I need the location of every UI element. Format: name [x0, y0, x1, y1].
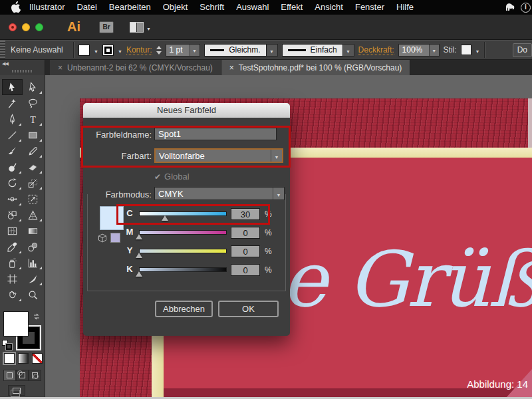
gradient-tool[interactable]	[23, 223, 43, 239]
magic-wand-tool[interactable]	[2, 95, 23, 111]
symbol-sprayer-tool[interactable]	[2, 255, 23, 271]
draw-behind-button[interactable]	[16, 370, 29, 381]
opacity-panel-link[interactable]: Deckkraft:	[358, 45, 394, 55]
type-tool[interactable]: T	[23, 111, 43, 127]
black-value-input[interactable]: 0	[231, 264, 260, 276]
black-slider-track[interactable]	[139, 267, 227, 272]
draw-normal-button[interactable]	[3, 370, 16, 381]
black-slider-thumb[interactable]	[136, 271, 142, 277]
line-segment-tool[interactable]	[2, 127, 23, 143]
stroke-width-select[interactable]: 1 pt	[166, 44, 200, 57]
menu-item[interactable]: Ansicht	[309, 0, 349, 15]
close-tab-icon[interactable]	[229, 63, 234, 72]
zoom-window-button[interactable]	[35, 23, 43, 31]
pencil-tool[interactable]	[23, 143, 43, 159]
selection-tool[interactable]	[2, 79, 23, 95]
minimize-window-button[interactable]	[22, 23, 30, 31]
panel-grip-handle[interactable]	[12, 70, 33, 72]
scale-tool[interactable]	[23, 175, 43, 191]
control-bar: Keine Auswahl Kontur: 1 pt Gleichm. Einf…	[0, 40, 532, 60]
magenta-slider-track[interactable]	[139, 230, 227, 235]
menu-item[interactable]: Objekt	[157, 0, 194, 15]
menu-item[interactable]: Datei	[70, 0, 102, 15]
gamut-color-swatch[interactable]	[110, 233, 120, 243]
stroke-panel-link[interactable]: Kontur:	[126, 45, 152, 55]
blend-tool[interactable]	[23, 239, 43, 255]
cancel-button[interactable]: Abbrechen	[155, 301, 213, 317]
menu-item[interactable]: Hilfe	[390, 0, 420, 15]
perspective-grid-tool[interactable]	[23, 207, 43, 223]
none-button[interactable]	[32, 353, 43, 364]
chevron-down-icon[interactable]	[118, 44, 122, 56]
apple-icon[interactable]	[11, 2, 21, 13]
chevron-down-icon[interactable]	[475, 44, 480, 56]
collapse-panel-icon[interactable]	[2, 61, 8, 66]
opacity-select[interactable]: 100%	[398, 44, 440, 57]
gradient-button[interactable]	[18, 353, 29, 364]
stroke-color-swatch[interactable]	[102, 45, 114, 56]
rotate-tool[interactable]	[2, 175, 23, 191]
stroke-profile-select[interactable]: Einfach	[282, 44, 343, 57]
hand-tool[interactable]	[2, 287, 23, 303]
menu-item[interactable]: Effekt	[275, 0, 309, 15]
menu-item[interactable]: Auswahl	[230, 0, 275, 15]
launch-bridge-button[interactable]: Br	[99, 21, 114, 33]
annotation-box-name-and-type	[81, 126, 291, 168]
perspective-grid-icon	[27, 209, 39, 221]
column-graph-tool[interactable]	[23, 255, 43, 271]
tools-panel-header[interactable]	[0, 60, 45, 75]
fill-color-swatch[interactable]	[78, 45, 90, 56]
yellow-slider-track[interactable]	[139, 249, 227, 253]
yellow-value-input[interactable]: 0	[231, 245, 260, 257]
stroke-width-stepper[interactable]	[156, 46, 162, 55]
graphic-style-swatch[interactable]	[461, 45, 471, 55]
slice-tool[interactable]	[23, 271, 43, 287]
ok-button[interactable]: OK	[218, 301, 279, 317]
pen-tool[interactable]	[2, 111, 23, 127]
width-tool[interactable]	[2, 191, 23, 207]
eraser-tool[interactable]	[23, 159, 43, 175]
screen-mode-button[interactable]	[8, 385, 25, 396]
menu-item[interactable]: Schrift	[194, 0, 230, 15]
workspace-switcher[interactable]	[130, 21, 151, 33]
artboard-tool[interactable]	[2, 271, 23, 287]
swap-fill-stroke-icon[interactable]	[32, 312, 41, 321]
default-fill-stroke-icon[interactable]	[2, 340, 13, 350]
tab-testspotohne[interactable]: TestSpotohne.pdf* bei 100 % (RGB/Vorscha…	[221, 60, 411, 75]
magenta-value-input[interactable]: 0	[231, 227, 260, 239]
tab-unbenannt-2[interactable]: Unbenannt-2 bei 62 % (CMYK/Vorschau)	[50, 60, 221, 75]
menu-item[interactable]: Fenster	[349, 0, 390, 15]
direct-selection-tool[interactable]	[23, 79, 43, 95]
hand-icon	[7, 289, 18, 301]
out-of-gamut-cube-icon[interactable]	[98, 233, 107, 243]
color-button[interactable]	[4, 353, 15, 364]
eyedropper-tool[interactable]	[2, 239, 23, 255]
menu-item[interactable]: Illustrator	[23, 0, 70, 15]
lasso-tool[interactable]	[23, 95, 43, 111]
info-icon[interactable]: i	[521, 3, 531, 13]
blend-icon	[27, 241, 39, 253]
magenta-slider-thumb[interactable]	[136, 234, 142, 239]
shape-builder-tool[interactable]	[2, 207, 23, 223]
chevron-down-icon[interactable]	[94, 44, 98, 56]
evernote-icon[interactable]	[505, 3, 515, 12]
draw-inside-button[interactable]	[29, 370, 41, 381]
fill-proxy-swatch[interactable]	[3, 311, 29, 336]
panel-grip-handle[interactable]	[0, 41, 5, 59]
zoom-tool[interactable]	[23, 287, 43, 303]
stroke-profile-arrow[interactable]	[343, 44, 354, 57]
rectangle-tool[interactable]	[23, 127, 43, 143]
close-tab-icon[interactable]	[58, 63, 63, 72]
brush-definition-arrow[interactable]	[267, 44, 278, 57]
mesh-tool[interactable]	[2, 223, 23, 239]
document-setup-button[interactable]: Do	[513, 43, 532, 57]
global-checkbox[interactable]: Global	[154, 172, 190, 182]
close-window-button[interactable]	[9, 23, 17, 31]
brush-definition-select[interactable]: Gleichm.	[204, 44, 267, 57]
free-transform-tool[interactable]	[23, 191, 43, 207]
dialog-title-bar[interactable]: Neues Farbfeld	[83, 103, 290, 118]
paintbrush-tool[interactable]	[2, 143, 23, 159]
yellow-slider-thumb[interactable]	[136, 253, 142, 258]
blob-brush-tool[interactable]	[2, 159, 23, 175]
menu-item[interactable]: Bearbeiten	[103, 0, 157, 15]
